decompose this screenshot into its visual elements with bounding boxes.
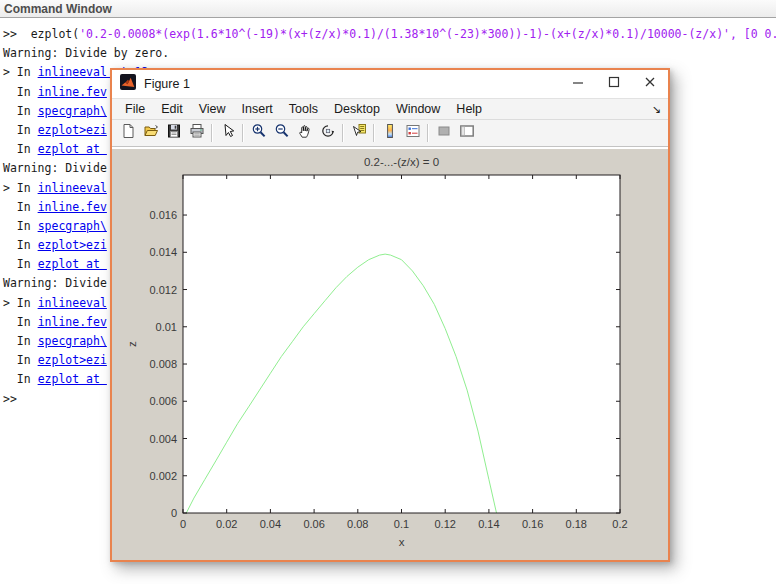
x-tick-label: 0.2 (612, 518, 627, 530)
menu-desktop[interactable]: Desktop (326, 100, 388, 118)
stack-prefix: In (3, 334, 38, 348)
stack-prefix: In (3, 200, 38, 214)
y-tick-label: 0.008 (149, 358, 177, 370)
menu-view[interactable]: View (191, 100, 234, 118)
zoom-out-button[interactable] (270, 122, 293, 144)
toolbar-separator (242, 124, 244, 142)
x-axis-label: x (399, 536, 405, 548)
stack-trace-link[interactable]: specgraph\ (38, 104, 107, 118)
menu-tools[interactable]: Tools (281, 100, 326, 118)
window-controls (560, 70, 668, 98)
stack-prefix: In (3, 219, 38, 233)
figure-title: Figure 1 (144, 77, 190, 91)
show-plot-tools-button[interactable] (455, 122, 478, 144)
x-tick-label: 0.08 (347, 518, 368, 530)
stack-trace-link[interactable]: inline.fev (38, 200, 107, 214)
menu-edit[interactable]: Edit (153, 100, 191, 118)
menu-items: FileEditViewInsertToolsDesktopWindowHelp (117, 100, 490, 118)
figure-menubar: FileEditViewInsertToolsDesktopWindowHelp… (112, 98, 668, 120)
x-tick-label: 0.14 (478, 518, 499, 530)
stack-prefix: In (3, 85, 38, 99)
rotate-3d-icon (320, 123, 336, 143)
stack-trace-link[interactable]: ezplot at (38, 372, 107, 386)
stack-trace-link[interactable]: inline.fev (38, 85, 107, 99)
figure-canvas[interactable]: 00.020.040.060.080.10.120.140.160.180.20… (112, 149, 668, 560)
open-file-button[interactable] (139, 122, 162, 144)
new-figure-button[interactable] (116, 122, 139, 144)
insert-colorbar-button[interactable] (378, 122, 401, 144)
rotate-3d-button[interactable] (316, 122, 339, 144)
menu-window[interactable]: Window (388, 100, 448, 118)
stack-trace-link[interactable]: inlineeval (38, 181, 107, 195)
warning-line: Warning: Divide by zero. (3, 44, 776, 63)
stack-prefix: In (3, 315, 38, 329)
stack-prefix: > In (3, 296, 38, 310)
command-window-title: Command Window (4, 2, 112, 16)
command-window-header: Command Window (0, 0, 776, 18)
stack-prefix: In (3, 123, 38, 137)
menu-file[interactable]: File (117, 100, 153, 118)
y-axis-label: z (126, 341, 138, 347)
stack-prefix: In (3, 353, 38, 367)
stack-trace-link[interactable]: inline.fev (38, 315, 107, 329)
x-tick-label: 0 (180, 518, 186, 530)
plot-title: 0.2-...-(z/x) = 0 (364, 156, 439, 168)
x-tick-label: 0.12 (434, 518, 455, 530)
stack-prefix: In (3, 238, 38, 252)
stack-trace-link[interactable]: ezplot>ezi (38, 123, 107, 137)
pan-hand-button[interactable] (293, 122, 316, 144)
stack-trace-link[interactable]: specgraph\ (38, 334, 107, 348)
stack-trace-link[interactable]: specgraph\ (38, 219, 107, 233)
y-tick-label: 0.016 (149, 209, 177, 221)
close-button[interactable] (632, 70, 668, 98)
figure-titlebar[interactable]: Figure 1 (112, 70, 668, 98)
maximize-button[interactable] (596, 70, 632, 98)
maximize-icon (607, 75, 621, 93)
stack-trace-link[interactable]: ezplot at (38, 257, 107, 271)
plot-axes[interactable]: 00.020.040.060.080.10.120.140.160.180.20… (112, 149, 668, 560)
x-tick-label: 0.1 (394, 518, 409, 530)
stack-trace-link[interactable]: ezplot at (38, 142, 107, 156)
matlab-icon (120, 74, 136, 94)
insert-legend-icon (405, 123, 421, 143)
stack-trace-link[interactable]: ezplot>ezi (38, 353, 107, 367)
print-figure-button[interactable] (185, 122, 208, 144)
x-tick-label: 0.04 (260, 518, 281, 530)
minimize-button[interactable] (560, 70, 596, 98)
y-tick-label: 0.012 (149, 284, 177, 296)
stack-prefix: > In (3, 65, 38, 79)
command-prompt: >> ezplot( (3, 27, 79, 41)
stack-prefix: In (3, 104, 38, 118)
show-plot-tools-icon (459, 123, 475, 143)
x-tick-label: 0.18 (566, 518, 587, 530)
hide-plot-tools-icon (436, 123, 452, 143)
minimize-icon (571, 75, 585, 93)
data-cursor-button[interactable] (347, 122, 370, 144)
y-tick-label: 0 (171, 507, 177, 519)
menu-help[interactable]: Help (448, 100, 490, 118)
menu-insert[interactable]: Insert (234, 100, 281, 118)
y-tick-label: 0.014 (149, 246, 177, 258)
y-tick-label: 0.004 (149, 433, 177, 445)
stack-prefix: In (3, 257, 38, 271)
stack-prefix: > In (3, 181, 38, 195)
new-figure-icon (120, 123, 136, 143)
zoom-out-icon (274, 123, 290, 143)
dock-arrow-icon[interactable]: ↘ (652, 103, 661, 116)
zoom-in-button[interactable] (247, 122, 270, 144)
stack-prefix: In (3, 142, 38, 156)
command-code: '0.2-0.0008*(exp(1.6*10^(-19)*(x+(z/x)*0… (79, 27, 776, 41)
save-figure-icon (166, 123, 182, 143)
x-tick-label: 0.16 (522, 518, 543, 530)
toolbar-separator (373, 124, 375, 142)
figure-toolbar (112, 120, 668, 147)
stack-trace-link[interactable]: inlineeval (38, 296, 107, 310)
print-figure-icon (189, 123, 205, 143)
insert-legend-button[interactable] (401, 122, 424, 144)
save-figure-button[interactable] (162, 122, 185, 144)
hide-plot-tools-button[interactable] (432, 122, 455, 144)
edit-plot-cursor-button[interactable] (216, 122, 239, 144)
edit-plot-cursor-icon (220, 123, 236, 143)
stack-trace-link[interactable]: ezplot>ezi (38, 238, 107, 252)
x-tick-label: 0.06 (303, 518, 324, 530)
